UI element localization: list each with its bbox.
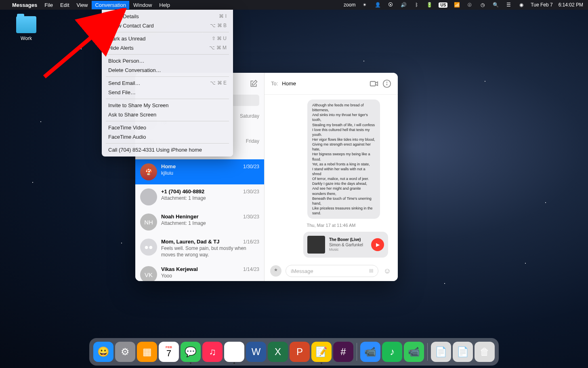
dropbox-icon[interactable]: ✴ [361,1,368,8]
dock-powerpoint[interactable]: P [290,342,310,362]
album-art [307,236,325,254]
menu-view[interactable]: View [77,2,88,8]
dock-file2[interactable]: 📄 [453,342,473,362]
conversation-item[interactable]: ●●Mom, Lauren, Dad & TJ1/16/23Feels well… [135,235,264,262]
received-message-poem: Although she feeds me bread of bitternes… [307,99,380,219]
conversation-date: Friday [246,138,259,144]
emoji-button[interactable]: ☺ [382,266,392,276]
account-icon[interactable]: ⦾ [466,1,473,8]
conversation-name: +1 (704) 460-8892 [161,188,204,195]
menu-item[interactable]: Invite to Share My Screen [102,101,233,110]
menu-item[interactable]: Show Details⌘ I [102,12,233,21]
user-icon[interactable]: 👤 [374,1,381,8]
conversation-preview: Yooo [161,273,259,279]
svg-point-4 [387,82,387,82]
facetime-icon[interactable] [370,79,378,88]
conversation-preview: Attachment: 1 Image [161,220,259,227]
conversation-item[interactable]: VKVikas Kerjewal1/14/23Yooo [135,262,264,281]
music-app-label: Music [329,247,367,252]
dock-trash[interactable]: 🗑 [475,342,495,362]
svg-rect-1 [370,81,376,86]
menu-window[interactable]: Window [133,2,152,8]
desktop-folder-work[interactable]: Work [12,16,40,41]
volume-icon[interactable]: 🔊 [400,1,407,8]
input-source[interactable]: US [439,2,447,8]
dictation-icon[interactable]: ⦀⦀ [369,268,373,274]
conversation-date: 1/30/23 [243,214,259,220]
chat-pane: To: Home Although she feeds me bread of … [265,73,398,281]
app-menu[interactable]: Messages [12,2,37,8]
conversation-name: Noah Heninger [161,214,198,220]
menu-item[interactable]: Mark as Unread⇧ ⌘ U [102,34,233,43]
menu-item[interactable]: Delete Conversation… [102,66,233,75]
dock-finder[interactable]: 😀 [93,342,113,362]
message-input[interactable]: iMessage ⦀⦀ [286,265,378,277]
song-artist: Simon & Garfunkel [329,242,367,247]
to-name: Home [282,80,296,87]
battery-icon[interactable]: 🔋 [426,1,433,8]
conversation-date: 1/16/23 [243,239,259,245]
conversation-item[interactable]: 🍄Home1/30/23kjliuiu [135,159,264,184]
avatar: VK [140,266,157,281]
chat-header: To: Home [265,73,398,95]
menu-item[interactable]: Call (704) 852-4331 Using iPhone home [102,145,233,154]
dock-calendar[interactable]: FEB7 [159,342,179,362]
menu-conversation[interactable]: Conversation [92,1,129,9]
menubar-date[interactable]: Tue Feb 7 [531,2,552,8]
clock-icon[interactable]: ◷ [479,1,486,8]
dock-word[interactable]: W [246,342,266,362]
song-title: The Boxer (Live) [329,237,367,242]
menu-item[interactable]: FaceTime Video [102,123,233,132]
conversation-name: Vikas Kerjewal [161,266,198,272]
menu-item[interactable]: Hide Alerts⌥ ⌘ M [102,43,233,53]
dock-chrome[interactable]: ◉ [224,342,244,362]
menu-item[interactable]: Block Person… [102,56,233,66]
dock-launchpad[interactable]: ▦ [137,342,157,362]
dock-spotify[interactable]: ♪ [382,342,402,362]
conversation-date: Saturday [240,113,259,119]
control-center-icon[interactable]: ☰ [505,1,512,8]
wifi-icon[interactable]: 📶 [453,1,460,8]
dock: 😀⚙▦FEB7💬♫◉WXP📝#📹♪📹📄📄🗑 [89,338,499,366]
dock-music[interactable]: ♫ [202,342,223,362]
avatar [140,188,157,205]
compose-icon[interactable] [250,80,258,88]
dock-messages[interactable]: 💬 [181,342,201,362]
folder-label: Work [12,36,40,41]
to-label: To: [271,80,278,87]
conversation-preview: Attachment: 1 Image [161,195,259,202]
play-button[interactable]: ▶ [371,238,384,251]
apps-button[interactable] [270,265,281,277]
siri-icon[interactable]: ◉ [518,1,525,8]
screen-record-icon[interactable]: ⦿ [387,1,394,8]
menu-help[interactable]: Help [159,2,170,8]
menu-item[interactable]: Send File… [102,88,233,97]
conversation-item[interactable]: +1 (704) 460-88921/30/23Attachment: 1 Im… [135,184,264,209]
info-icon[interactable] [382,79,391,88]
dock-slack[interactable]: # [333,342,353,362]
spotlight-icon[interactable]: 🔍 [492,1,499,8]
menubar: Messages File Edit View Conversation Win… [0,0,588,10]
dock-facetime[interactable]: 📹 [404,342,424,362]
conversation-date: 1/30/23 [243,164,259,169]
conversation-name: Home [161,163,176,169]
avatar: ●● [140,239,157,256]
dock-notes[interactable]: 📝 [311,342,332,362]
menu-file[interactable]: File [44,2,53,8]
dock-zoom[interactable]: 📹 [360,342,380,362]
menu-item[interactable]: Send Email…⌥ ⌘ E [102,78,233,88]
dock-settings[interactable]: ⚙ [115,342,135,362]
menu-item[interactable]: Ask to Share Screen [102,110,233,119]
zoom-menubar[interactable]: zoom [344,2,355,8]
dock-file1[interactable]: 📄 [431,342,451,362]
conversation-item[interactable]: NHNoah Heninger1/30/23Attachment: 1 Imag… [135,209,264,235]
conversation-name: Mom, Lauren, Dad & TJ [161,239,219,245]
menu-item[interactable]: Show Contact Card⌥ ⌘ B [102,21,233,30]
music-attachment[interactable]: The Boxer (Live) Simon & Garfunkel Music… [303,232,388,258]
dock-excel[interactable]: X [268,342,288,362]
bluetooth-icon[interactable]: ᛒ [413,1,420,8]
menubar-time[interactable]: 6:14:02 PM [559,2,583,8]
menu-edit[interactable]: Edit [60,2,69,8]
menu-item[interactable]: FaceTime Audio [102,132,233,142]
chat-body[interactable]: Although she feeds me bread of bitternes… [265,95,398,261]
